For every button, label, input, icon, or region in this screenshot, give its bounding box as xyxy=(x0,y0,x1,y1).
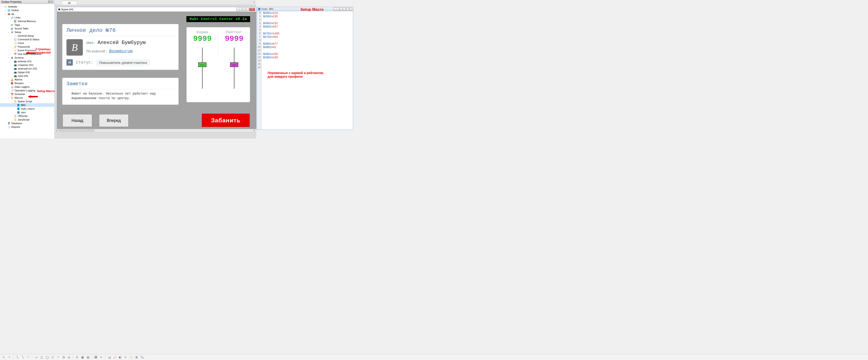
tree-node[interactable]: 📑Reports xyxy=(0,125,54,129)
expand-icon[interactable]: − xyxy=(10,100,13,103)
node-label: лука (#5) xyxy=(18,75,28,77)
tree-root[interactable]: − 📁 testhabr xyxy=(0,5,54,8)
close-button[interactable]: ✕ xyxy=(249,8,255,11)
tree-node[interactable]: 📘$R0 xyxy=(0,103,54,107)
tree-node[interactable]: −📦ap xyxy=(0,12,54,16)
node-icon: ⚡ xyxy=(14,49,17,52)
close-button[interactable]: ✕ xyxy=(346,7,352,11)
tree-node[interactable]: 📋Command & Status xyxy=(0,37,54,41)
tree-node[interactable]: 📺зеленый кот (#3) xyxy=(0,67,54,71)
back-button[interactable]: Назад xyxy=(63,114,92,127)
name-value: Алексей Бумбурум xyxy=(98,40,146,46)
node-label: General Setup xyxy=(18,34,34,37)
expand-icon[interactable]: − xyxy=(4,13,6,15)
expand-icon[interactable]: − xyxy=(7,17,9,19)
node-label: Global xyxy=(11,9,19,11)
expand-icon[interactable]: − xyxy=(7,56,9,59)
tree-node[interactable]: 🔑Passwords xyxy=(0,45,54,49)
tree-node[interactable]: 📘vars xyxy=(0,111,54,114)
tree-root-label: testhabr xyxy=(8,5,17,8)
scrollbar-thumb[interactable] xyxy=(58,130,95,132)
profile-card: Личное дело №76 B Имя: Алексей Бумбурум xyxy=(62,24,179,70)
node-label: Event Processor xyxy=(18,49,36,52)
tree-node[interactable]: 📄General Setup xyxy=(0,34,54,37)
maximize-button[interactable]: ▭ xyxy=(243,8,249,11)
slider-handle[interactable] xyxy=(230,62,238,67)
tree-node[interactable]: 🔊Sound Table xyxy=(0,27,54,30)
karma-slider[interactable] xyxy=(202,48,203,89)
tree-node[interactable]: 📺жовнер (#1) xyxy=(0,59,54,63)
tree-node[interactable]: 📅Due Date Passwords xyxy=(0,52,54,56)
tree-node[interactable]: 📜VBScript xyxy=(0,114,54,118)
tree-node[interactable]: 🏷Tags xyxy=(0,23,54,27)
window-icon: ▣ xyxy=(58,8,60,11)
script-icon: 📘 xyxy=(258,8,260,10)
tree-node[interactable]: +🌐Global xyxy=(0,8,54,12)
expand-icon[interactable]: − xyxy=(7,31,9,33)
node-label: ap xyxy=(11,12,14,15)
tree-node[interactable]: −🖥Screens xyxy=(0,56,54,59)
name-label: Имя: xyxy=(87,41,96,45)
ban-button[interactable]: Забанить xyxy=(202,114,250,127)
tree-node[interactable]: ⚡Event Processor xyxy=(0,49,54,52)
node-icon: 📄 xyxy=(14,34,17,37)
tree-node[interactable]: −📜Macros xyxy=(0,96,54,100)
node-label: Clock xyxy=(18,42,24,45)
forward-button[interactable]: Вперед xyxy=(99,114,129,127)
tree-node[interactable]: 📕Recipes xyxy=(0,81,54,85)
node-icon: 📕 xyxy=(10,82,14,85)
project-tree[interactable]: − 📁 testhabr +🌐Global−📦ap−🔗Links📗Interna… xyxy=(0,4,54,139)
tree-node[interactable]: 📗Internal Memory xyxy=(0,19,54,23)
expand-icon[interactable]: − xyxy=(7,96,9,99)
scroll-right-icon[interactable]: ► xyxy=(253,129,256,132)
tree-node[interactable]: 📆Schedule xyxy=(0,92,54,96)
expand-icon[interactable]: + xyxy=(4,9,6,11)
rating-meter: Рейтинг 9999 xyxy=(218,27,250,102)
notes-card: Заметки Живет на балконе. Несколько лет … xyxy=(62,78,179,105)
node-label: Links xyxy=(14,16,21,19)
node-icon: 📺 xyxy=(14,60,17,63)
node-icon: 🔗 xyxy=(10,16,14,19)
slider-handle[interactable] xyxy=(198,62,207,67)
tree-node[interactable]: −⚙Setup xyxy=(0,30,54,34)
tree-node[interactable]: −🔗Links xyxy=(0,16,54,19)
node-icon: 📺 xyxy=(14,63,17,66)
notes-body: Живет на балконе. Несколько лет работает… xyxy=(62,89,179,105)
minimize-button[interactable]: — xyxy=(333,7,339,11)
karma-meter: Карма 9999 xyxy=(187,27,218,102)
pin-close-icon[interactable]: × xyxy=(51,0,53,3)
horizontal-scrollbar[interactable]: ◄ ► xyxy=(55,129,256,132)
node-icon: 📜 xyxy=(10,96,14,99)
node-icon: 🌐 xyxy=(7,9,10,12)
node-label: Reports xyxy=(11,126,20,128)
node-icon: ⚙ xyxy=(10,30,14,34)
node-label: Database xyxy=(11,122,22,124)
node-label: Internal Memory xyxy=(18,20,36,23)
tree-node[interactable]: 📺стаценко (#2) xyxy=(0,63,54,67)
node-label: $R0 xyxy=(21,104,26,106)
scroll-left-icon[interactable]: ◄ xyxy=(55,129,58,132)
expand-icon[interactable]: − xyxy=(1,5,3,8)
node-icon: 🔊 xyxy=(10,27,14,30)
tree-node[interactable]: 📘main_macro xyxy=(0,107,54,111)
tree-node[interactable]: 📺лука (#5) xyxy=(0,74,54,78)
minimize-button[interactable]: — xyxy=(237,8,242,11)
maximize-button[interactable]: ▭ xyxy=(340,7,346,11)
tree-node[interactable]: 📊Data Loggers xyxy=(0,85,54,89)
tree-node[interactable]: 🔔Alarms xyxy=(0,78,54,81)
tree-node[interactable]: 🕐Clock xyxy=(0,41,54,45)
tree-node[interactable]: 📺бурум (#4) xyxy=(0,71,54,74)
tab-close-icon[interactable]: × xyxy=(253,1,255,3)
tree-node[interactable]: 📝Operation Logging xyxy=(0,89,54,92)
rating-slider[interactable] xyxy=(234,48,235,89)
callsign-link[interactable]: Boomburum xyxy=(109,49,133,54)
code-editor[interactable]: 012345678910111213141516 $U501=418$U502=… xyxy=(257,11,353,130)
node-icon: 📝 xyxy=(10,89,14,92)
pin-down-icon[interactable]: ▾ xyxy=(48,0,50,3)
node-icon: 🔑 xyxy=(14,45,17,48)
node-label: main_macro xyxy=(21,107,35,110)
tab-ap[interactable]: ap xyxy=(61,1,77,5)
tree-node[interactable]: 🗄Database xyxy=(0,121,54,125)
tree-node[interactable]: −📜Native Script xyxy=(0,100,54,103)
tree-node[interactable]: 📜JavaScript xyxy=(0,118,54,121)
